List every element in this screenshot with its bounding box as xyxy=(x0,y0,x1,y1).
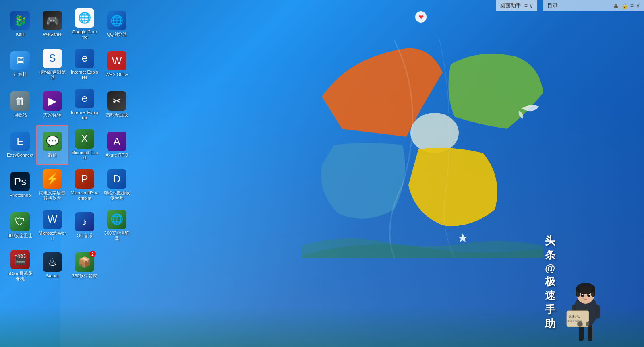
icon-symbol-ie2: e xyxy=(82,92,87,105)
icon-symbol-wps: W xyxy=(112,55,122,67)
desktop-icon-ie2[interactable]: eInternet Explorer xyxy=(68,85,101,125)
icon-box-wegame: 🎮 xyxy=(43,11,62,30)
icon-symbol-wanxing: ▶ xyxy=(48,95,56,107)
desktop-icon-ppt[interactable]: PMicrosoft Powerpoint xyxy=(68,165,101,205)
icon-symbol-excel: X xyxy=(81,132,88,145)
lock-icon[interactable]: 🔒 xyxy=(621,2,628,9)
icon-label-wps: WPS Office xyxy=(106,72,128,77)
desktop-icon-kaili[interactable]: 🐉Kaili xyxy=(4,4,36,44)
menu-icon[interactable]: ≡ xyxy=(524,2,528,9)
icon-label-easyconnect: EasyConnect xyxy=(7,153,33,158)
svg-rect-11 xyxy=(596,305,600,319)
desktop-icon-recycle[interactable]: 🗑回收站 xyxy=(4,85,36,125)
icon-label-qq-browser: QQ浏览器 xyxy=(107,32,127,37)
svg-rect-13 xyxy=(588,325,592,341)
desktop-icon-360safe[interactable]: 🛡360安全卫士 xyxy=(4,205,36,246)
desktop-icon-360manager[interactable]: 2📦360软件管家 xyxy=(68,246,101,286)
icon-symbol-word: W xyxy=(48,213,58,225)
icon-label-ocam: oCam屏幕录像机 xyxy=(6,271,34,281)
desktop-icon-sougou[interactable]: S搜狗高速浏览器 xyxy=(36,44,68,85)
dot-1 xyxy=(577,321,583,327)
icon-box-ie2: e xyxy=(75,89,94,108)
desktop-icon-axure[interactable]: AAxure RP 9 xyxy=(101,125,133,165)
desktop-widget[interactable]: 桌面助手 ≡ ∨ xyxy=(496,0,537,11)
desktop-icon-steam[interactable]: ♨Steam xyxy=(36,246,68,286)
icon-symbol-ie1: e xyxy=(82,52,87,64)
icon-box-ie1: e xyxy=(75,49,94,68)
icon-symbol-computer: 🖥 xyxy=(15,55,25,67)
desktop-icon-easyconnect[interactable]: EEasyConnect xyxy=(4,125,36,165)
icon-box-computer: 🖥 xyxy=(10,51,30,70)
desktop-icon-word[interactable]: WMicrosoft Word xyxy=(36,205,68,246)
icon-label-ppt: Microsoft Powerpoint xyxy=(70,190,99,201)
icon-label-kaili: Kaili xyxy=(16,32,25,37)
icon-label-360manager: 360软件管家 xyxy=(72,273,97,279)
icon-label-wechat: 微信 xyxy=(48,153,57,158)
desktop-assistant-bar[interactable]: 桌面助手 ≡ ∨ xyxy=(496,0,537,11)
icon-label-jianying: 剪映专业版 xyxy=(106,112,128,118)
icon-symbol-ocam: 🎬 xyxy=(14,253,27,266)
desktop-icon-shandie[interactable]: ⚡闪电文字语音转换软件 xyxy=(36,165,68,205)
decoration-dots xyxy=(577,321,592,327)
icon-box-ppt: P xyxy=(75,169,94,189)
icon-symbol-sougou: S xyxy=(49,52,56,64)
svg-point-0 xyxy=(410,113,459,153)
directory-controls[interactable]: ▦ 🔒 ≡ ∨ xyxy=(613,2,640,9)
icon-symbol-photoshop: Ps xyxy=(14,176,26,188)
icon-box-sougou: S xyxy=(43,49,62,68)
desktop-icon-qq-browser[interactable]: 🌐QQ浏览器 xyxy=(101,4,133,44)
desktop-icon-360browser[interactable]: 🌐360安全浏览器 xyxy=(101,205,133,246)
icon-label-photoshop: Photoshop xyxy=(10,193,31,198)
desktop-icon-ie1[interactable]: eInternet Explorer xyxy=(68,44,101,85)
desktop-icon-photoshop[interactable]: PsPhotoshop xyxy=(4,165,36,205)
icon-box-360browser: 🌐 xyxy=(107,210,126,229)
desktop-icon-qqmusic[interactable]: ♪QQ音乐 xyxy=(68,205,101,246)
svg-rect-4 xyxy=(576,289,580,297)
character-figure: 极速手助 关注更多内容 xyxy=(559,279,612,347)
svg-rect-12 xyxy=(579,325,584,341)
icon-box-qq-browser: 🌐 xyxy=(107,11,126,30)
grid-icon[interactable]: ▦ xyxy=(613,2,619,9)
icon-label-qedit: 嗨格式数据恢复大师 xyxy=(103,190,131,201)
desktop-icon-excel[interactable]: XMicrosoft Excel xyxy=(68,125,101,165)
icon-symbol-qedit: D xyxy=(113,173,121,185)
widget-controls[interactable]: ≡ ∨ xyxy=(524,2,533,9)
icon-label-ie2: Internet Explorer xyxy=(70,110,99,120)
menu-icon-dir[interactable]: ≡ xyxy=(630,2,634,9)
badge-360manager: 2 xyxy=(89,251,96,257)
icon-symbol-wegame: 🎮 xyxy=(46,14,59,27)
icon-symbol-chrome: 🌐 xyxy=(78,12,91,24)
icon-symbol-jianying: ✂ xyxy=(112,95,121,107)
desktop-icon-wps[interactable]: WWPS Office xyxy=(101,44,133,85)
icon-box-jianying: ✂ xyxy=(107,91,126,111)
desktop-icon-qedit[interactable]: D嗨格式数据恢复大师 xyxy=(101,165,133,205)
icon-box-shandie: ⚡ xyxy=(43,169,62,189)
icon-label-shandie: 闪电文字语音转换软件 xyxy=(38,190,66,201)
icon-symbol-axure: A xyxy=(113,135,120,148)
desktop-icon-jianying[interactable]: ✂剪映专业版 xyxy=(101,85,133,125)
icon-symbol-ppt: P xyxy=(81,173,88,185)
desktop-icon-wechat[interactable]: 💬微信 xyxy=(36,125,68,165)
icon-box-recycle: 🗑 xyxy=(10,91,30,111)
icon-box-360manager: 2📦 xyxy=(75,252,94,272)
directory-title: 目录 xyxy=(547,2,610,9)
expand-icon-dir[interactable]: ∨ xyxy=(636,2,640,9)
icon-label-axure: Axure RP 9 xyxy=(106,153,128,158)
desktop-icon-chrome[interactable]: 🌐Google Chrome xyxy=(68,4,101,44)
heart-icon: ❤ xyxy=(415,11,427,23)
svg-rect-5 xyxy=(591,289,595,297)
expand-icon[interactable]: ∨ xyxy=(529,2,533,9)
icon-box-wanxing: ▶ xyxy=(43,91,62,111)
icon-box-axure: A xyxy=(107,132,126,151)
desktop-icon-wegame[interactable]: 🎮WeGame xyxy=(36,4,68,44)
icon-symbol-360safe: 🛡 xyxy=(15,216,25,228)
desktop-icon-ocam[interactable]: 🎬oCam屏幕录像机 xyxy=(4,246,36,286)
desktop-icon-computer[interactable]: 🖥计算机 xyxy=(4,44,36,85)
directory-panel[interactable]: 目录 ▦ 🔒 ≡ ∨ xyxy=(543,0,644,11)
icon-box-word: W xyxy=(43,210,62,229)
svg-point-8 xyxy=(582,294,584,295)
icon-box-easyconnect: E xyxy=(10,132,30,151)
icon-box-steam: ♨ xyxy=(43,252,62,272)
icon-label-chrome: Google Chrome xyxy=(70,29,99,40)
desktop-icon-wanxing[interactable]: ▶万兴优转 xyxy=(36,85,68,125)
